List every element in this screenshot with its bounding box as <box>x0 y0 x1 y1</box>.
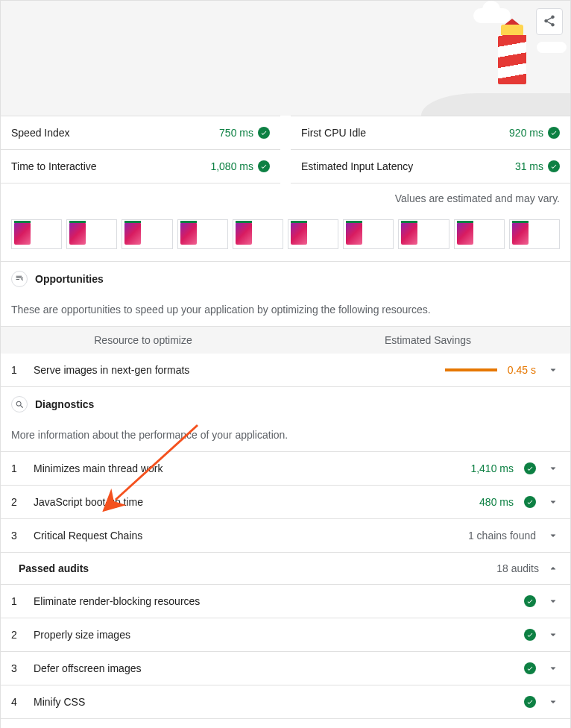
passed-audits-header[interactable]: Passed audits 18 audits <box>0 553 571 584</box>
col-savings: Estimated Savings <box>286 327 570 354</box>
pass-check-icon <box>258 160 270 172</box>
row-index: 2 <box>11 496 23 508</box>
cloud-icon <box>537 42 567 53</box>
row-index: 3 <box>11 530 23 542</box>
savings-bar <box>445 368 497 371</box>
metric-row: Estimated Input Latency31 ms <box>291 150 570 183</box>
share-icon <box>543 14 556 30</box>
metric-row: Time to Interactive1,080 ms <box>1 150 280 183</box>
pass-check-icon <box>258 127 270 139</box>
filmstrip-thumb[interactable] <box>122 219 172 249</box>
chevron-down-icon <box>546 495 560 509</box>
passed-count: 18 audits <box>496 562 539 574</box>
row-index: 1 <box>11 595 23 607</box>
opportunities-section-header: Opportunities <box>0 262 571 296</box>
section-title: Passed audits <box>19 562 89 574</box>
row-index: 2 <box>11 629 23 641</box>
row-index: 1 <box>11 462 23 474</box>
opportunities-desc: These are opportunities to speed up your… <box>0 296 571 326</box>
pass-check-icon <box>524 462 536 474</box>
audit-title: Minimizes main thread work <box>34 462 460 474</box>
opportunities-icon <box>11 271 28 287</box>
passed-audit-row[interactable]: 1Eliminate render-blocking resources <box>0 584 571 618</box>
pass-check-icon <box>548 160 560 172</box>
filmstrip-thumb[interactable] <box>66 219 117 249</box>
passed-audit-row[interactable]: 4Minify CSS <box>0 685 571 719</box>
passed-audit-row[interactable]: 2Properly size images <box>0 618 571 652</box>
metric-label: Time to Interactive <box>11 160 97 172</box>
magnify-icon <box>11 396 28 412</box>
filmstrip <box>0 213 571 262</box>
pass-check-icon <box>524 662 536 674</box>
audit-title: Eliminate render-blocking resources <box>34 595 514 607</box>
metric-value: 920 ms <box>509 127 560 139</box>
metric-row: Speed Index750 ms <box>1 116 280 150</box>
audit-title: Defer offscreen images <box>34 662 514 674</box>
diagnostic-row[interactable]: 2JavaScript boot-up time480 ms <box>0 486 571 519</box>
filmstrip-thumb[interactable] <box>398 219 449 249</box>
share-button[interactable] <box>536 8 563 35</box>
metric-value: 750 ms <box>219 127 270 139</box>
metric-row: First CPU Idle920 ms <box>291 116 570 150</box>
section-title: Diagnostics <box>35 398 94 410</box>
pass-check-icon <box>524 595 536 607</box>
opportunities-columns: Resource to optimize Estimated Savings <box>0 326 571 354</box>
metric-label: Speed Index <box>11 127 70 139</box>
diagnostic-row[interactable]: 1Minimizes main thread work1,410 ms <box>0 451 571 486</box>
metric-label: First CPU Idle <box>301 127 366 139</box>
audit-title: Properly size images <box>34 629 514 641</box>
audit-title: Minify CSS <box>34 696 514 708</box>
chevron-up-icon <box>546 562 560 575</box>
chevron-down-icon <box>546 594 560 608</box>
filmstrip-thumb[interactable] <box>509 219 560 249</box>
chevron-down-icon <box>546 628 560 641</box>
diagnostic-value: 480 ms <box>479 496 514 508</box>
chevron-down-icon <box>546 695 560 709</box>
pass-check-icon <box>524 696 536 708</box>
metric-label: Estimated Input Latency <box>301 160 413 172</box>
row-index: 3 <box>11 662 23 674</box>
row-index: 1 <box>11 364 23 376</box>
section-title: Opportunities <box>35 273 104 285</box>
filmstrip-thumb[interactable] <box>454 219 505 249</box>
pass-check-icon <box>524 629 536 641</box>
chevron-down-icon <box>546 363 560 377</box>
metrics-grid: Speed Index750 ms Time to Interactive1,0… <box>0 116 571 183</box>
passed-audit-row[interactable]: 3Defer offscreen images <box>0 652 571 685</box>
filmstrip-thumb[interactable] <box>233 219 283 249</box>
disclaimer-text: Values are estimated and may vary. <box>0 183 571 213</box>
metric-value: 31 ms <box>515 160 560 172</box>
opportunity-row[interactable]: 1Serve images in next-gen formats0.45 s <box>0 354 571 387</box>
col-resource: Resource to optimize <box>1 327 286 354</box>
passed-audit-row[interactable]: 5Minify JavaScript <box>0 719 571 728</box>
pass-check-icon <box>548 127 560 139</box>
filmstrip-thumb[interactable] <box>11 219 62 249</box>
diagnostic-value: 1 chains found <box>468 530 536 542</box>
pass-check-icon <box>524 496 536 508</box>
chevron-down-icon <box>546 529 560 542</box>
lighthouse-icon <box>495 35 529 101</box>
report-header <box>0 0 571 116</box>
filmstrip-thumb[interactable] <box>288 219 338 249</box>
chevron-down-icon <box>546 662 560 675</box>
diagnostic-value: 1,410 ms <box>470 462 514 474</box>
audit-title: JavaScript boot-up time <box>34 496 469 508</box>
diagnostics-section-header: Diagnostics <box>0 387 571 421</box>
audit-title: Critical Request Chains <box>34 530 458 542</box>
filmstrip-thumb[interactable] <box>177 219 228 249</box>
savings-value: 0.45 s <box>508 364 536 376</box>
filmstrip-thumb[interactable] <box>343 219 394 249</box>
chevron-down-icon <box>546 462 560 475</box>
audit-title: Serve images in next-gen formats <box>34 364 435 376</box>
diagnostic-row[interactable]: 3Critical Request Chains1 chains found <box>0 519 571 553</box>
diagnostics-desc: More information about the performance o… <box>0 421 571 451</box>
row-index: 4 <box>11 696 23 708</box>
metric-value: 1,080 ms <box>210 160 270 172</box>
